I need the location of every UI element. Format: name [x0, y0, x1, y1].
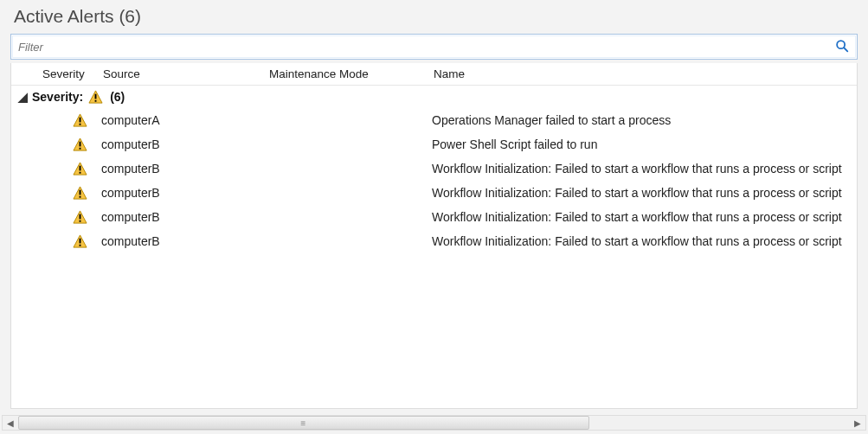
scroll-right-button[interactable]: ▶ — [850, 416, 865, 430]
cell-name: Workflow Initialization: Failed to start… — [432, 234, 858, 248]
table-row[interactable]: computerBWorkflow Initialization: Failed… — [11, 229, 858, 253]
warning-icon — [60, 210, 100, 225]
cell-name: Workflow Initialization: Failed to start… — [432, 210, 858, 224]
alerts-grid: Severity Source Maintenance Mode Name ◢ … — [10, 63, 858, 409]
filter-box — [10, 34, 858, 60]
group-count: (6) — [110, 90, 125, 104]
svg-rect-6 — [79, 117, 80, 122]
search-icon[interactable] — [834, 38, 852, 55]
table-row[interactable]: computerBWorkflow Initialization: Failed… — [11, 156, 858, 181]
warning-icon — [60, 137, 100, 152]
svg-rect-3 — [95, 93, 97, 99]
filter-input[interactable] — [13, 36, 831, 57]
column-header-maintenance-mode[interactable]: Maintenance Mode — [267, 67, 432, 80]
warning-icon — [60, 234, 100, 249]
cell-source: computerB — [100, 137, 267, 151]
cell-source: computerB — [100, 210, 267, 224]
cell-name: Workflow Initialization: Failed to start… — [432, 162, 858, 176]
active-alerts-panel: Active Alerts (6) Severity Source Mainte… — [0, 0, 868, 434]
scroll-track[interactable]: ≡ — [18, 416, 850, 430]
warning-icon — [60, 162, 100, 176]
svg-rect-19 — [79, 220, 80, 221]
cell-name: Workflow Initialization: Failed to start… — [432, 186, 858, 200]
collapse-caret-icon[interactable]: ◢ — [16, 90, 29, 104]
cell-source: computerB — [100, 162, 267, 176]
cell-source: computerB — [100, 186, 267, 200]
cell-name: Operations Manager failed to start a pro… — [432, 113, 858, 127]
svg-rect-16 — [79, 195, 80, 197]
svg-rect-21 — [79, 238, 80, 243]
horizontal-scrollbar[interactable]: ◀ ≡ ▶ — [2, 415, 866, 431]
svg-rect-18 — [79, 214, 80, 219]
scroll-grip-icon: ≡ — [301, 418, 307, 428]
cell-source: computerB — [100, 234, 267, 248]
group-row-severity[interactable]: ◢ Severity: (6) — [11, 86, 858, 108]
column-header-source[interactable]: Source — [101, 67, 267, 80]
column-header-severity[interactable]: Severity — [41, 67, 101, 80]
scroll-thumb[interactable]: ≡ — [18, 416, 589, 430]
cell-name: Power Shell Script failed to run — [432, 137, 858, 151]
svg-line-1 — [844, 48, 847, 51]
warning-icon — [88, 90, 103, 105]
svg-rect-10 — [79, 147, 80, 149]
svg-rect-7 — [79, 123, 80, 124]
group-label: Severity: — [32, 90, 83, 104]
table-row[interactable]: computerAOperations Manager failed to st… — [11, 108, 858, 132]
grid-header: Severity Source Maintenance Mode Name — [11, 63, 858, 86]
table-row[interactable]: computerBPower Shell Script failed to ru… — [11, 132, 858, 156]
column-header-name[interactable]: Name — [432, 67, 858, 80]
warning-icon — [60, 186, 100, 201]
svg-rect-12 — [79, 165, 80, 170]
table-row[interactable]: computerBWorkflow Initialization: Failed… — [11, 205, 858, 229]
page-title: Active Alerts (6) — [9, 3, 859, 34]
warning-icon — [60, 113, 100, 128]
svg-rect-13 — [79, 171, 80, 173]
svg-rect-9 — [79, 141, 80, 146]
svg-rect-15 — [79, 189, 80, 195]
table-row[interactable]: computerBWorkflow Initialization: Failed… — [11, 181, 858, 205]
scroll-left-button[interactable]: ◀ — [3, 416, 18, 430]
svg-rect-4 — [95, 99, 97, 101]
svg-rect-22 — [79, 244, 80, 246]
cell-source: computerA — [100, 113, 267, 127]
